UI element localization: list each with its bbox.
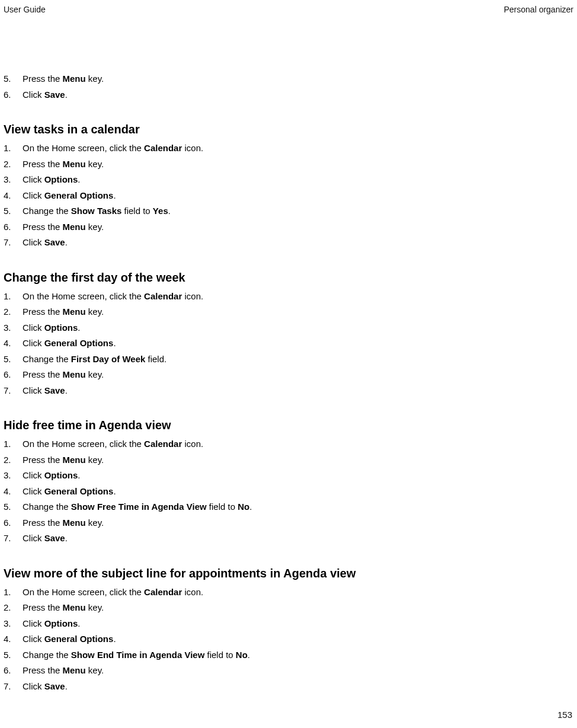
- step-number: 2.: [4, 305, 23, 319]
- list-item: 1.On the Home screen, click the Calendar…: [4, 290, 573, 304]
- list-item: 2.Press the Menu key.: [4, 305, 573, 319]
- step-number: 3.: [4, 469, 23, 483]
- step-number: 6.: [4, 88, 23, 102]
- step-number: 5.: [4, 205, 23, 218]
- list-item: 2.Press the Menu key.: [4, 454, 573, 467]
- list-item: 3.Click Options.: [4, 321, 573, 335]
- list-item: 6.Click Save.: [4, 88, 573, 102]
- step-text: Change the First Day of Week field.: [23, 353, 573, 366]
- step-text: Press the Menu key.: [23, 601, 573, 615]
- list-item: 2.Press the Menu key.: [4, 601, 573, 615]
- list-item: 5.Change the Show Free Time in Agenda Vi…: [4, 500, 573, 514]
- list-item: 5.Change the First Day of Week field.: [4, 353, 573, 366]
- step-number: 1.: [4, 142, 23, 155]
- step-number: 7.: [4, 532, 23, 545]
- list-item: 2.Press the Menu key.: [4, 158, 573, 171]
- step-number: 7.: [4, 384, 23, 398]
- step-number: 3.: [4, 617, 23, 631]
- step-text: On the Home screen, click the Calendar i…: [23, 290, 573, 304]
- step-list: 1.On the Home screen, click the Calendar…: [4, 142, 573, 250]
- step-number: 1.: [4, 438, 23, 451]
- step-text: Click General Options.: [23, 485, 573, 499]
- step-text: On the Home screen, click the Calendar i…: [23, 142, 573, 155]
- step-list: 1.On the Home screen, click the Calendar…: [4, 438, 573, 545]
- step-list: 1.On the Home screen, click the Calendar…: [4, 290, 573, 398]
- step-text: Click Options.: [23, 321, 573, 335]
- step-number: 2.: [4, 601, 23, 615]
- step-text: Click Save.: [23, 384, 573, 398]
- step-text: Click General Options.: [23, 633, 573, 646]
- list-item: 1.On the Home screen, click the Calendar…: [4, 142, 573, 155]
- step-number: 4.: [4, 485, 23, 499]
- list-item: 5.Press the Menu key.: [4, 72, 573, 86]
- list-item: 3.Click Options.: [4, 173, 573, 187]
- header-left: User Guide: [4, 5, 46, 14]
- step-number: 6.: [4, 516, 23, 530]
- step-text: Press the Menu key.: [23, 516, 573, 530]
- step-number: 1.: [4, 586, 23, 599]
- step-number: 4.: [4, 189, 23, 203]
- header-right: Personal organizer: [504, 5, 573, 14]
- list-item: 6.Press the Menu key.: [4, 664, 573, 678]
- step-number: 1.: [4, 290, 23, 304]
- step-text: Press the Menu key.: [23, 72, 573, 86]
- step-text: Press the Menu key.: [23, 158, 573, 171]
- step-number: 4.: [4, 633, 23, 646]
- step-number: 5.: [4, 649, 23, 662]
- step-list: 1.On the Home screen, click the Calendar…: [4, 586, 573, 694]
- page-content: 5.Press the Menu key.6.Click Save. View …: [4, 70, 573, 698]
- list-item: 5.Change the Show Tasks field to Yes.: [4, 205, 573, 218]
- step-text: Press the Menu key.: [23, 368, 573, 382]
- step-text: Click Save.: [23, 680, 573, 694]
- step-number: 7.: [4, 680, 23, 694]
- step-number: 5.: [4, 353, 23, 366]
- list-item: 4.Click General Options.: [4, 633, 573, 646]
- step-text: Click General Options.: [23, 189, 573, 203]
- step-number: 3.: [4, 173, 23, 187]
- step-number: 4.: [4, 337, 23, 350]
- list-item: 4.Click General Options.: [4, 485, 573, 499]
- section-title: View more of the subject line for appoin…: [4, 564, 573, 582]
- step-text: Press the Menu key.: [23, 221, 573, 234]
- page-header: User Guide Personal organizer: [4, 5, 573, 14]
- step-number: 5.: [4, 500, 23, 514]
- step-text: Change the Show End Time in Agenda View …: [23, 649, 573, 662]
- section-title: Hide free time in Agenda view: [4, 416, 573, 434]
- list-item: 7.Click Save.: [4, 680, 573, 694]
- list-item: 6.Press the Menu key.: [4, 368, 573, 382]
- step-text: Click Save.: [23, 88, 573, 102]
- step-text: Change the Show Free Time in Agenda View…: [23, 500, 573, 514]
- list-item: 3.Click Options.: [4, 617, 573, 631]
- list-item: 7.Click Save.: [4, 236, 573, 250]
- step-text: Click Options.: [23, 173, 573, 187]
- step-text: Click Options.: [23, 617, 573, 631]
- list-item: 6.Press the Menu key.: [4, 221, 573, 234]
- intro-steps: 5.Press the Menu key.6.Click Save.: [4, 72, 573, 101]
- section-title: Change the first day of the week: [4, 269, 573, 286]
- step-text: Press the Menu key.: [23, 664, 573, 678]
- step-number: 6.: [4, 368, 23, 382]
- step-text: Press the Menu key.: [23, 305, 573, 319]
- step-text: Press the Menu key.: [23, 454, 573, 467]
- list-item: 1.On the Home screen, click the Calendar…: [4, 438, 573, 451]
- list-item: 4.Click General Options.: [4, 337, 573, 350]
- list-item: 7.Click Save.: [4, 532, 573, 545]
- step-number: 6.: [4, 221, 23, 234]
- step-number: 6.: [4, 664, 23, 678]
- list-item: 1.On the Home screen, click the Calendar…: [4, 586, 573, 599]
- step-number: 7.: [4, 236, 23, 250]
- list-item: 5.Change the Show End Time in Agenda Vie…: [4, 649, 573, 662]
- step-text: Click Save.: [23, 236, 573, 250]
- step-text: On the Home screen, click the Calendar i…: [23, 438, 573, 451]
- list-item: 7.Click Save.: [4, 384, 573, 398]
- section-title: View tasks in a calendar: [4, 120, 573, 138]
- page: User Guide Personal organizer 5.Press th…: [0, 0, 577, 728]
- step-number: 5.: [4, 72, 23, 86]
- list-item: 4.Click General Options.: [4, 189, 573, 203]
- page-number: 153: [557, 710, 572, 720]
- step-number: 2.: [4, 158, 23, 171]
- list-item: 6.Press the Menu key.: [4, 516, 573, 530]
- step-text: Change the Show Tasks field to Yes.: [23, 205, 573, 218]
- step-text: Click Options.: [23, 469, 573, 483]
- step-number: 2.: [4, 454, 23, 467]
